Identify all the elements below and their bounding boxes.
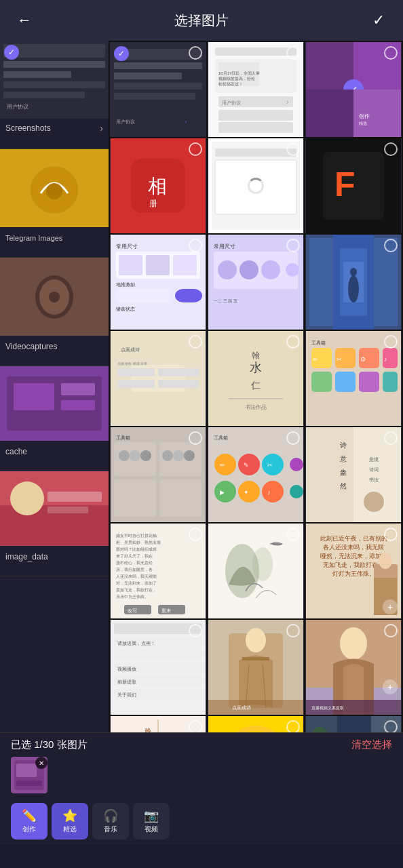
sidebar-item-image-data[interactable]: image_data: [0, 471, 109, 576]
svg-text:然: 然: [340, 482, 347, 490]
grid-cell-2[interactable]: 10月17日起，全国人掌 视频续签提高，轻松 松松搞定这！ 用户协议 ›: [208, 42, 304, 137]
grid-cell-17[interactable]: [208, 524, 304, 618]
svg-text:♪: ♪: [384, 356, 387, 363]
cell-6-check: [384, 142, 398, 156]
svg-text:晚: 晚: [145, 728, 151, 732]
sidebar-item-videocaptures[interactable]: Videocaptures: [0, 258, 109, 366]
image-data-label: image_data: [5, 552, 48, 561]
svg-text:历，我行如随意，各: 历，我行如随意，各: [116, 568, 153, 572]
cell-23-check: [286, 720, 300, 732]
grid-cell-20[interactable]: 点画成诗: [208, 620, 304, 715]
svg-text:相: 相: [148, 176, 167, 197]
svg-text:视频播放: 视频播放: [117, 667, 136, 672]
grid-cell-24[interactable]: [305, 716, 402, 732]
cache-thumb: [0, 366, 109, 441]
grid-cell-19[interactable]: 请放送我，点画！ 视频播放 相册提取 关于我们: [110, 620, 206, 715]
sidebar-item-screenshots[interactable]: 用户协议 ✓ Screenshots ›: [0, 41, 109, 149]
sidebar-item-cache[interactable]: cache: [0, 366, 109, 471]
page-title: 选择图片: [174, 12, 229, 30]
tool-create-button[interactable]: ✏️ 创作: [11, 803, 47, 840]
grid-cell-16[interactable]: 媳女平时自己打拼花柚 柜、吴昊灿炒、熟然出墙 面对吗？比如组织成就 来了好几天了…: [110, 524, 206, 618]
svg-point-13: [49, 292, 60, 302]
svg-text:常用尺寸: 常用尺寸: [214, 243, 235, 250]
svg-point-88: [350, 268, 357, 276]
grid-cell-7[interactable]: 常用尺寸 地推激励 键盘状态: [110, 235, 206, 330]
tool-video-button[interactable]: 📷 视频: [133, 803, 170, 840]
cell-9-check: [384, 239, 398, 252]
cell-21-check: [384, 624, 398, 637]
svg-rect-267: [16, 781, 42, 786]
svg-point-172: [252, 547, 273, 581]
svg-text:盎: 盎: [340, 469, 347, 476]
svg-rect-42: [218, 110, 293, 121]
svg-rect-17: [61, 383, 95, 395]
bottom-bar: 已选 1/30 张图片 清空选择 ✕ ✏️ 创作 ⭐ 精选 🎧 音乐: [0, 732, 403, 845]
grid-cell-8[interactable]: 常用尺寸 一二 三 四 五: [208, 235, 304, 330]
grid-cell-3[interactable]: ✓ 创作 精选: [305, 42, 402, 137]
svg-rect-111: [359, 372, 379, 392]
svg-text:媳女平时自己打拼花柚: 媳女平时自己打拼花柚: [116, 534, 157, 538]
cell-7-check: [189, 239, 202, 252]
svg-text:改写: 改写: [128, 608, 137, 614]
grid-cell-4[interactable]: 相 册: [110, 138, 206, 233]
tool-select-button[interactable]: ⭐ 精选: [52, 803, 88, 840]
svg-text:人还没来吗，我无艰能: 人还没来吗，我无艰能: [116, 574, 157, 578]
svg-rect-29: [114, 93, 195, 100]
grid-cell-6[interactable]: F: [305, 138, 402, 233]
grid-cell-18[interactable]: 此刻已近午夜，已有别的 各人还没来吗，我无限 哑然，无法沉来，添加了 无如飞走，…: [305, 524, 402, 618]
video-label: 视频: [145, 825, 158, 834]
svg-point-194: [246, 628, 266, 652]
grid-cell-11[interactable]: 翰 水 仁 书法作品: [208, 331, 304, 426]
grid-cell-22[interactable]: 晚 来 风 急 思 君 时 画 声: [110, 716, 206, 732]
cell-18-add[interactable]: +: [383, 599, 398, 614]
svg-text:重来: 重来: [161, 608, 171, 613]
svg-point-78: [239, 260, 258, 279]
selected-thumb-close-1[interactable]: ✕: [35, 757, 47, 769]
svg-text:›: ›: [286, 98, 288, 106]
grid-cell-10[interactable]: 点画成诗 点画 创作 精选 分享: [110, 331, 206, 426]
svg-point-132: [238, 454, 260, 475]
grid-cell-5[interactable]: [208, 138, 304, 233]
svg-point-21: [10, 481, 44, 515]
svg-rect-5: [3, 92, 85, 98]
cell-5-check: [286, 142, 300, 156]
grid-cell-13[interactable]: 工具箱: [110, 427, 206, 522]
grid-cell-15[interactable]: 诗 意 盎 然 意境 诗词 书法: [305, 427, 402, 522]
grid-cell-12[interactable]: 工具箱 ✏ ✂ ⚙ ♪: [305, 331, 402, 426]
videocaptures-thumb: [0, 258, 109, 336]
svg-point-180: [379, 553, 392, 569]
cell-21-add[interactable]: +: [383, 679, 398, 694]
grid-cell-1[interactable]: 用户协议 › ✓: [110, 42, 206, 137]
back-button[interactable]: ←: [14, 9, 35, 31]
grid-cell-23[interactable]: 提词器: [208, 716, 304, 732]
cell-16-check: [189, 528, 202, 541]
tool-buttons-row: ✏️ 创作 ⭐ 精选 🎧 音乐 📷 视频: [11, 803, 392, 840]
grid-cell-14[interactable]: 工具箱 ✏ ✎ ✂ ▶ ✦ ♪: [208, 427, 304, 522]
svg-text:一二 三 四 五: 一二 三 四 五: [214, 299, 237, 303]
main-area: 用户协议 ✓ Screenshots › Telegram Images: [0, 41, 403, 732]
cell-5-spinner: [248, 178, 264, 194]
confirm-button[interactable]: ✓: [368, 9, 389, 31]
svg-text:F: F: [334, 165, 356, 203]
tool-music-button[interactable]: 🎧 音乐: [92, 803, 129, 840]
cell-8-check: [286, 239, 300, 252]
grid-cell-21[interactable]: 直播视频义案提取 +: [305, 620, 402, 715]
svg-text:来了好几天了，我在: 来了好几天了，我在: [116, 554, 153, 558]
svg-rect-68: [146, 255, 170, 275]
sidebar-item-telegram[interactable]: Telegram Images: [0, 149, 109, 258]
grid-cell-9[interactable]: [305, 235, 402, 330]
svg-text:视频续签提高，轻松: 视频续签提高，轻松: [218, 76, 255, 81]
svg-point-154: [364, 492, 384, 512]
svg-text:哑然，无法沉来，添加了: 哑然，无法沉来，添加了: [320, 553, 387, 559]
svg-text:诗: 诗: [340, 441, 347, 449]
cell-14-check: [286, 431, 300, 445]
cell-2-check: [286, 46, 300, 60]
svg-point-131: [214, 454, 236, 475]
selected-thumb-1[interactable]: ✕: [11, 757, 47, 793]
svg-text:松松搞定这！: 松松搞定这！: [218, 81, 243, 86]
svg-text:书法: 书法: [369, 477, 379, 482]
clear-selection-button[interactable]: 清空选择: [351, 738, 392, 751]
svg-rect-109: [311, 372, 332, 392]
telegram-thumb: [0, 149, 109, 227]
screenshots-chevron: ›: [100, 123, 103, 134]
